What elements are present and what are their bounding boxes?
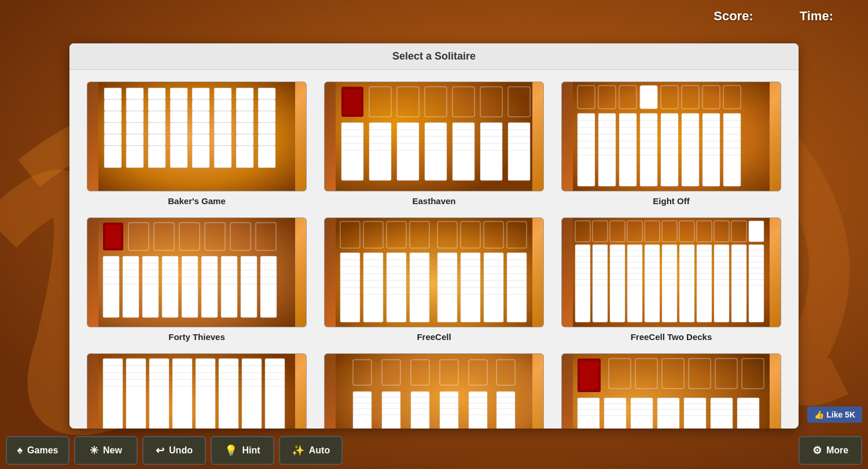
- svg-rect-27: [192, 99, 209, 111]
- svg-rect-103: [640, 86, 657, 109]
- game-item-game8[interactable]: [324, 353, 544, 429]
- svg-rect-117: [598, 155, 616, 186]
- svg-rect-15: [148, 99, 165, 111]
- game-item-game9[interactable]: [561, 353, 781, 429]
- game-item-forty-thieves[interactable]: Forty Thieves: [87, 217, 307, 342]
- svg-rect-46: [258, 111, 275, 123]
- svg-rect-33: [214, 99, 231, 111]
- svg-rect-124: [619, 155, 637, 186]
- svg-rect-68: [369, 150, 391, 180]
- dialog-title: Select a Solitaire: [69, 43, 799, 70]
- game-item-bakers-game[interactable]: Baker's Game: [87, 82, 307, 206]
- undo-button[interactable]: ↩ Undo: [142, 436, 206, 465]
- svg-rect-290: [749, 221, 764, 242]
- svg-rect-5: [104, 123, 122, 134]
- game-item-freecell[interactable]: FreeCell: [324, 217, 544, 342]
- new-icon: ✳: [90, 444, 98, 457]
- svg-rect-451: [469, 415, 487, 429]
- svg-rect-370: [731, 285, 746, 322]
- svg-rect-73: [397, 150, 419, 180]
- game-thumbnail-easthaven: [324, 82, 544, 191]
- facebook-like-button[interactable]: 👍 Like 5K: [807, 407, 862, 423]
- svg-rect-338: [662, 285, 677, 322]
- svg-rect-446: [440, 415, 458, 429]
- svg-rect-8: [126, 88, 144, 99]
- svg-rect-28: [192, 111, 209, 123]
- svg-rect-493: [737, 415, 759, 429]
- svg-rect-456: [496, 415, 515, 429]
- svg-rect-409: [219, 386, 238, 429]
- svg-rect-131: [640, 155, 657, 186]
- new-button[interactable]: ✳ New: [74, 436, 138, 465]
- svg-rect-152: [703, 155, 720, 186]
- svg-rect-145: [682, 155, 699, 186]
- svg-rect-9: [126, 99, 144, 111]
- svg-rect-459: [579, 360, 599, 390]
- svg-rect-20: [170, 88, 187, 99]
- auto-button[interactable]: ✨ Auto: [279, 436, 343, 465]
- game-name-freecell: FreeCell: [417, 332, 451, 342]
- auto-icon: ✨: [292, 444, 304, 457]
- svg-rect-41: [236, 123, 253, 134]
- svg-rect-22: [170, 111, 187, 123]
- svg-rect-404: [196, 386, 215, 429]
- svg-rect-138: [661, 155, 678, 186]
- svg-rect-441: [411, 415, 429, 429]
- svg-rect-14: [148, 88, 165, 99]
- svg-rect-485: [684, 415, 706, 429]
- game-name-freecell-two-decks: FreeCell Two Decks: [631, 332, 712, 342]
- svg-rect-12: [126, 134, 144, 146]
- svg-rect-378: [749, 285, 764, 322]
- svg-rect-250: [410, 294, 429, 322]
- svg-rect-173: [103, 284, 119, 317]
- svg-rect-257: [437, 294, 457, 322]
- hint-button[interactable]: 💡 Hint: [211, 436, 274, 465]
- svg-rect-346: [679, 285, 694, 322]
- svg-rect-83: [453, 150, 475, 180]
- game-name-forty-thieves: Forty Thieves: [168, 332, 225, 342]
- svg-rect-330: [645, 285, 660, 322]
- svg-rect-271: [484, 294, 503, 322]
- svg-rect-40: [236, 111, 253, 123]
- svg-rect-47: [258, 123, 275, 134]
- more-button[interactable]: ⚙ More: [799, 436, 862, 465]
- svg-rect-52: [343, 88, 362, 115]
- svg-rect-39: [236, 99, 253, 111]
- game-thumbnail-forty-thieves: [87, 217, 307, 327]
- svg-rect-384: [103, 386, 123, 429]
- undo-label: Undo: [169, 445, 193, 456]
- svg-rect-37: [214, 146, 231, 168]
- game-item-eight-off[interactable]: Eight Off: [561, 82, 781, 206]
- svg-rect-399: [172, 386, 192, 429]
- game-item-easthaven[interactable]: Easthaven: [324, 82, 544, 206]
- svg-rect-264: [461, 294, 480, 322]
- undo-icon: ↩: [156, 444, 164, 457]
- svg-rect-213: [260, 284, 277, 317]
- svg-rect-13: [126, 146, 144, 168]
- game-name-bakers-game: Baker's Game: [168, 196, 225, 206]
- svg-rect-43: [236, 146, 253, 168]
- game-item-freecell-two-decks[interactable]: FreeCell Two Decks: [561, 217, 781, 342]
- svg-rect-23: [170, 123, 187, 134]
- svg-rect-49: [258, 146, 275, 168]
- svg-rect-236: [363, 294, 383, 322]
- svg-rect-21: [170, 99, 187, 111]
- games-button[interactable]: ♠ Games: [6, 436, 69, 465]
- game-item-game7[interactable]: [87, 353, 307, 429]
- more-label: More: [826, 445, 848, 456]
- svg-rect-469: [578, 415, 599, 429]
- game-name-eight-off: Eight Off: [653, 196, 689, 206]
- svg-rect-78: [425, 150, 447, 180]
- svg-rect-16: [148, 111, 165, 123]
- svg-rect-36: [214, 134, 231, 146]
- game-thumbnail-game8: [324, 353, 544, 429]
- game-thumbnail-game9: [561, 353, 781, 429]
- svg-rect-183: [142, 284, 159, 317]
- toolbar: ♠ Games ✳ New ↩ Undo 💡 Hint ✨ Auto ⚙ Mor…: [0, 431, 868, 469]
- svg-rect-394: [149, 386, 169, 429]
- svg-rect-314: [610, 285, 625, 322]
- time-label: Time:: [800, 9, 833, 24]
- svg-rect-10: [126, 111, 144, 123]
- svg-rect-3: [104, 99, 122, 111]
- game-thumbnail-game7: [87, 353, 307, 429]
